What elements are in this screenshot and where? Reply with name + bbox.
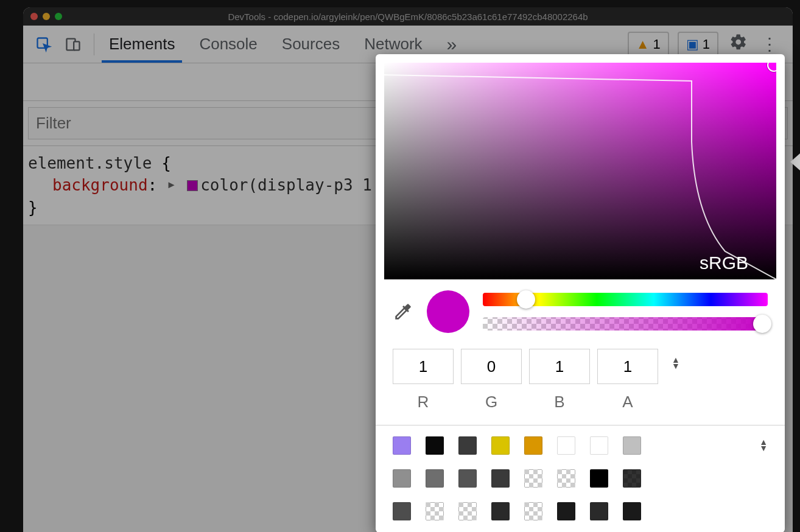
hue-slider-thumb[interactable]	[517, 290, 535, 309]
palette-swatch[interactable]	[393, 436, 411, 455]
palette-swatch[interactable]	[590, 502, 608, 520]
window-title: DevTools - codepen.io/argyleink/pen/QWBg…	[23, 12, 793, 22]
minimize-window[interactable]	[43, 13, 50, 20]
color-spectrum[interactable]: sRGB	[384, 63, 776, 279]
alpha-slider-thumb[interactable]	[753, 315, 771, 333]
channel-label-g: G	[485, 393, 497, 411]
channel-label-b: B	[554, 393, 564, 411]
palette-swatch[interactable]	[458, 436, 477, 455]
more-options-icon[interactable]: ⋮	[759, 32, 781, 57]
palette-swatch[interactable]	[557, 502, 575, 520]
alpha-slider[interactable]	[483, 317, 768, 331]
rule-selector[interactable]: element.style	[28, 154, 152, 172]
svg-rect-2	[74, 41, 79, 50]
palette-swatch[interactable]	[426, 469, 444, 488]
hue-slider[interactable]	[483, 293, 768, 306]
warning-icon: ▲	[636, 37, 650, 52]
channel-label-r: R	[418, 393, 429, 411]
color-format-toggle[interactable]: ▲▼	[672, 357, 680, 369]
palette-swatch[interactable]	[557, 436, 575, 455]
palette-selector-toggle[interactable]: ▲▼	[759, 439, 768, 452]
palette-swatch[interactable]	[491, 502, 510, 520]
tab-sources[interactable]: Sources	[282, 26, 340, 62]
palette-swatch[interactable]	[491, 436, 510, 455]
palette-swatch[interactable]	[524, 469, 542, 488]
palette-swatch[interactable]	[393, 502, 411, 520]
palette-swatch[interactable]	[458, 469, 477, 488]
current-color-swatch	[427, 290, 469, 333]
inspect-element-icon[interactable]	[35, 36, 52, 53]
palette-swatch[interactable]	[623, 436, 641, 455]
palette-swatch[interactable]	[458, 502, 477, 520]
palette-swatch[interactable]	[623, 469, 641, 488]
eyedropper-icon[interactable]	[393, 301, 413, 322]
channel-label-a: A	[622, 393, 633, 411]
css-property: background	[52, 176, 148, 194]
tab-console[interactable]: Console	[199, 26, 257, 62]
channel-input-g[interactable]	[461, 349, 522, 384]
srgb-gamut-boundary	[384, 63, 776, 279]
issues-count: 1	[703, 37, 710, 52]
gamut-label: sRGB	[700, 253, 748, 273]
palette-swatch[interactable]	[426, 502, 444, 520]
more-tabs-icon[interactable]: »	[447, 34, 457, 55]
palette-swatch[interactable]	[590, 469, 608, 488]
palette-swatch[interactable]	[393, 469, 411, 488]
palette-swatch[interactable]	[590, 436, 608, 455]
palette-row-3	[393, 502, 768, 520]
color-swatch[interactable]	[187, 180, 198, 191]
warnings-badge[interactable]: ▲ 1	[628, 32, 669, 57]
palette-separator	[376, 425, 785, 425]
palette-row-2	[393, 469, 768, 488]
channel-input-a[interactable]	[597, 349, 658, 384]
palette-row-1: ▲▼	[393, 436, 768, 455]
open-brace: {	[161, 154, 171, 172]
expand-shorthand-icon[interactable]: ▸	[167, 173, 177, 195]
channel-input-b[interactable]	[529, 349, 590, 384]
close-window[interactable]	[30, 13, 38, 20]
issues-badge[interactable]: ▣ 1	[678, 32, 718, 57]
warnings-count: 1	[653, 37, 661, 52]
palette-swatch[interactable]	[426, 436, 444, 455]
css-value: color(display-p3 1 0	[200, 176, 391, 194]
titlebar: DevTools - codepen.io/argyleink/pen/QWBg…	[23, 7, 793, 26]
info-icon: ▣	[686, 37, 699, 52]
channel-input-r[interactable]	[393, 349, 454, 384]
tab-elements[interactable]: Elements	[109, 26, 175, 62]
palette-swatch[interactable]	[524, 436, 542, 455]
zoom-window[interactable]	[55, 13, 62, 20]
toolbar-divider	[94, 33, 94, 55]
palette-swatch[interactable]	[524, 502, 542, 520]
device-toolbar-icon[interactable]	[65, 36, 82, 53]
traffic-lights	[30, 13, 62, 20]
color-picker: sRGB R G	[376, 54, 785, 532]
palette-swatch[interactable]	[491, 469, 510, 488]
channel-inputs: R G B A ▲▼	[393, 349, 768, 411]
palette-swatch[interactable]	[623, 502, 641, 520]
palette-swatch[interactable]	[557, 469, 575, 488]
